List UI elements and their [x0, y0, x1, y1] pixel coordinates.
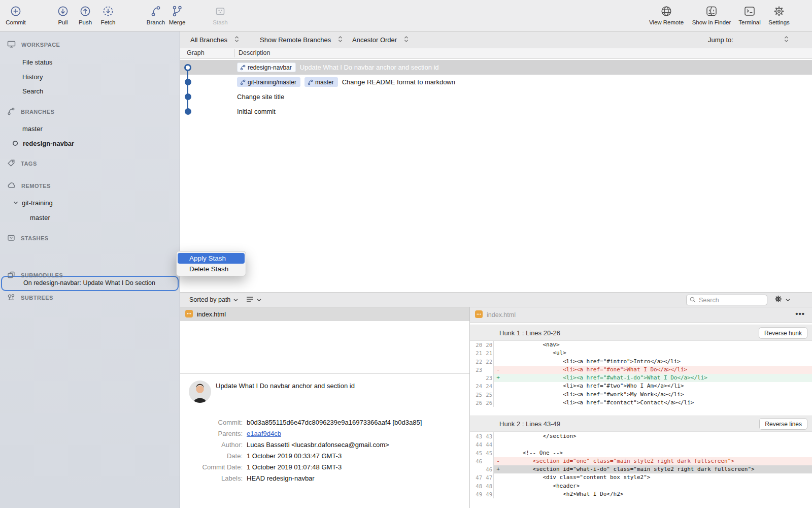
view-remote-button[interactable]: View Remote [646, 5, 687, 25]
commit-button[interactable]: Commit [0, 5, 31, 25]
detail-field-parents: Parents: e1aaf9d4cb [180, 430, 469, 441]
push-icon [73, 5, 98, 18]
line-gutter: 4545 [470, 449, 494, 457]
commit-row[interactable]: Initial commit [180, 104, 812, 119]
sort-dropdown[interactable]: Sorted by path [189, 293, 238, 307]
submodules-icon [7, 271, 15, 280]
diff-file-name: index.html [487, 311, 516, 319]
field-label: Commit Date: [180, 463, 243, 474]
order-dropdown[interactable]: Ancestor Order [352, 31, 409, 48]
diff-line[interactable]: 4545 <!-- One --> [470, 449, 812, 457]
diff-file-header[interactable]: index.html ••• [469, 307, 812, 323]
diff-line[interactable]: 2121 <ul> [470, 349, 812, 357]
jump-to-stepper[interactable] [784, 31, 789, 48]
file-row-index-html[interactable]: index.html [180, 307, 469, 321]
commit-message: Change README format to markdown [342, 78, 455, 86]
sidebar-item-search[interactable]: Search [22, 86, 43, 96]
line-gutter: 2525 [470, 391, 494, 399]
globe-icon [646, 5, 687, 18]
chevron-down-icon[interactable] [13, 201, 18, 205]
branch-badge: redesign-navbar [237, 62, 296, 72]
reverse-hunk-button[interactable]: Reverse hunk [759, 327, 807, 339]
remote-branches-label: Show Remote Branches [260, 36, 331, 44]
diff-line-added-selected[interactable]: 46+ <section id="what-i-do" class="main … [470, 465, 812, 473]
diff-line[interactable]: 2525 <li><a href="#work">My Work</a></li… [470, 391, 812, 399]
jump-to-dropdown[interactable]: Jump to: [708, 31, 733, 48]
remotes-label: REMOTES [21, 183, 51, 189]
reverse-lines-button[interactable]: Reverse lines [759, 418, 807, 430]
sidebar-remote-git-training[interactable]: git-training [13, 198, 53, 208]
line-gutter: 4444 [470, 440, 494, 449]
subtrees-label: SUBTREES [21, 295, 53, 301]
commit-row[interactable]: git-training/master master Change README… [180, 75, 812, 89]
list-view-icon [246, 296, 254, 304]
show-in-finder-label: Show in Finder [688, 19, 735, 25]
branches-filter-dropdown[interactable]: All Branches [190, 31, 239, 48]
field-label: Author: [180, 441, 243, 452]
field-label: Commit: [180, 419, 243, 430]
pull-button[interactable]: Pull [50, 5, 76, 25]
diff-line[interactable]: 2626 <li><a href="#contact">Contact</a><… [470, 399, 812, 407]
diff-search-field[interactable] [686, 295, 767, 305]
settings-button[interactable]: Settings [765, 5, 793, 25]
badge-label: redesign-navbar [248, 64, 292, 71]
detail-field-labels: Labels: HEAD redesign-navbar [180, 474, 469, 486]
search-input[interactable] [698, 296, 759, 304]
fetch-button[interactable]: Fetch [95, 5, 121, 25]
parent-commit-link[interactable]: e1aaf9d4cb [247, 430, 281, 441]
sidebar-stash-item[interactable]: On redesign-navbar: Update What I Do sec… [23, 279, 155, 287]
tags-label: TAGS [21, 161, 37, 167]
column-header-graph[interactable]: Graph [187, 49, 205, 56]
view-options-button[interactable] [246, 293, 261, 307]
column-header-description[interactable]: Description [239, 49, 270, 56]
field-label: Parents: [180, 430, 243, 441]
show-in-finder-button[interactable]: Show in Finder [688, 5, 735, 25]
commit-row[interactable]: redesign-navbar Update What I Do navbar … [180, 60, 812, 75]
line-gutter: 4848 [470, 482, 494, 490]
pull-label: Pull [50, 19, 76, 25]
column-divider[interactable] [234, 49, 235, 57]
diff-line[interactable]: 4848 <header> [470, 482, 812, 490]
remote-branches-dropdown[interactable]: Show Remote Branches [260, 31, 343, 48]
history-label: History [22, 73, 43, 81]
line-gutter: 23 [470, 374, 494, 382]
view-remote-label: View Remote [646, 19, 687, 25]
sidebar-branch-redesign-navbar[interactable]: redesign-navbar [12, 138, 74, 148]
stash-button[interactable]: Stash [207, 5, 234, 25]
field-label: Labels: [180, 474, 243, 486]
workspace-icon [7, 40, 16, 49]
field-value: b0d3a855115d6e47dc8096239e9a16973366aaf4… [247, 419, 422, 430]
badge-label: master [315, 79, 334, 86]
subtrees-icon [7, 293, 15, 302]
sidebar-section-remotes: REMOTES [7, 181, 51, 191]
sidebar-item-history[interactable]: History [22, 72, 43, 82]
diff-line-added[interactable]: 23+ <li><a href="#what-i-do">What I Do</… [470, 374, 812, 382]
merge-button[interactable]: Merge [163, 5, 191, 25]
more-button[interactable]: ••• [795, 309, 805, 318]
push-button[interactable]: Push [73, 5, 98, 25]
diff-options-button[interactable] [774, 293, 790, 307]
diff-line[interactable]: 4343 </section> [470, 432, 812, 440]
diff-line-removed[interactable]: 23- <li><a href="#one">What I Do</a></li… [470, 366, 812, 374]
diff-line-removed[interactable]: 46- <section id="one" class="main style2… [470, 457, 812, 465]
sidebar-remote-branch-master[interactable]: master [30, 212, 50, 223]
badge-label: git-training/master [248, 79, 296, 86]
commit-row[interactable]: Change site title [180, 89, 812, 104]
jump-to-label: Jump to: [708, 36, 733, 44]
diff-line[interactable]: 4949 <h2>What I Do</h2> [470, 490, 812, 498]
diff-line[interactable]: 2424 <li><a href="#two">Who I Am</a></li… [470, 382, 812, 390]
sidebar-item-file-status[interactable]: File status [22, 57, 52, 67]
sidebar: WORKSPACE File status History Search BRA… [0, 31, 180, 508]
terminal-button[interactable]: Terminal [735, 5, 764, 25]
stepper-icon [404, 36, 409, 44]
menu-item-apply-stash[interactable]: Apply Stash [178, 253, 245, 264]
diff-line[interactable]: 4444 [470, 440, 812, 449]
sidebar-branch-master[interactable]: master [22, 123, 43, 134]
diff-line[interactable]: 2222 <li><a href="#intro">Intro</a></li> [470, 358, 812, 366]
diff-line[interactable]: 2020 <nav> [470, 341, 812, 349]
diff-line[interactable]: 4747 <div class="content box style2"> [470, 473, 812, 482]
menu-item-delete-stash[interactable]: Delete Stash [178, 264, 245, 274]
branch-badge-icon [240, 65, 246, 71]
finder-icon [688, 5, 735, 18]
stash-context-menu: Apply Stash Delete Stash [176, 251, 246, 276]
